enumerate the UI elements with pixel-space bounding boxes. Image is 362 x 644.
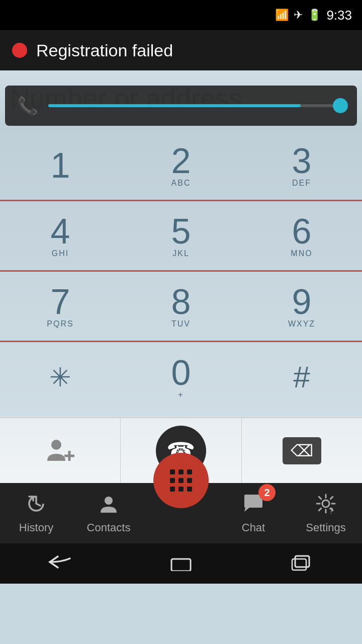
dialpad-row-4: ✳ 0 + #	[0, 342, 362, 413]
key-letters-0: +	[178, 390, 184, 399]
key-number-3: 3	[292, 143, 312, 179]
dialpad-key-0[interactable]: 0 +	[121, 342, 241, 413]
notification-bar: Registration failed	[0, 30, 362, 70]
svg-rect-6	[187, 469, 192, 474]
status-time: 9:33	[326, 8, 352, 23]
dialpad-row-3: 7 PQRS 8 TUV 9 WXYZ	[0, 272, 362, 342]
key-letters-6: MNO	[291, 249, 312, 258]
key-letters-5: JKL	[172, 249, 190, 258]
bottom-nav-bar: History Contacts 2	[0, 483, 362, 543]
key-number-1: 1	[51, 148, 70, 183]
key-letters-7: PQRS	[47, 319, 73, 329]
volume-phone-icon: 📞	[17, 96, 38, 116]
dialpad-key-1[interactable]: 1	[0, 131, 121, 201]
nav-label-settings: Settings	[306, 521, 346, 534]
nav-label-history: History	[19, 521, 53, 534]
battery-icon: 🔋	[308, 9, 321, 22]
key-number-8: 8	[171, 284, 191, 319]
recents-icon	[289, 553, 314, 571]
chat-badge: 2	[258, 484, 276, 501]
volume-slider-track[interactable]	[48, 104, 345, 107]
back-button[interactable]	[48, 554, 73, 573]
svg-rect-4	[170, 469, 175, 474]
key-number-5: 5	[171, 214, 191, 249]
dialpad-key-star[interactable]: ✳	[0, 342, 121, 413]
svg-rect-7	[170, 478, 175, 483]
backspace-icon: ⌫	[291, 441, 313, 460]
nav-item-contacts[interactable]: Contacts	[72, 483, 145, 543]
status-bar: 📶 ✈ 🔋 9:33	[0, 0, 362, 30]
volume-slider-overlay: 📞	[5, 86, 357, 126]
home-button[interactable]	[168, 553, 194, 575]
key-letters-2: ABC	[171, 179, 191, 188]
dialpad-key-hash[interactable]: #	[241, 342, 362, 413]
nav-item-settings[interactable]: ? Settings	[290, 483, 362, 543]
volume-slider-fill	[48, 104, 301, 107]
nav-item-history[interactable]: History	[0, 483, 72, 543]
notification-title: Registration failed	[36, 41, 173, 60]
key-number-2: 2	[171, 143, 191, 179]
history-icon	[25, 493, 47, 519]
settings-icon-svg: ?	[315, 493, 337, 515]
dialpad-fab-icon	[166, 465, 196, 496]
dialpad-key-4[interactable]: 4 GHI	[0, 201, 121, 272]
settings-icon: ?	[315, 493, 337, 519]
key-letters-8: TUV	[171, 319, 191, 329]
svg-rect-17	[292, 559, 306, 570]
volume-slider-thumb[interactable]	[333, 98, 348, 113]
backspace-btn-inner[interactable]: ⌫	[283, 437, 321, 464]
airplane-icon: ✈	[294, 9, 303, 22]
dialpad-row-1: 1 2 ABC 3 DEF	[0, 131, 362, 201]
svg-point-3	[105, 497, 113, 505]
nav-label-chat: Chat	[242, 521, 265, 534]
key-number-4: 4	[51, 214, 70, 249]
add-contact-button[interactable]	[0, 418, 121, 484]
nav-label-contacts: Contacts	[87, 521, 131, 534]
key-number-hash: #	[293, 362, 310, 392]
svg-rect-8	[178, 478, 184, 483]
svg-rect-15	[171, 559, 191, 571]
dialpad-row-2: 4 GHI 5 JKL 6 MNO	[0, 201, 362, 272]
key-number-7: 7	[51, 284, 70, 319]
key-letters-4: GHI	[52, 249, 69, 258]
key-letters-9: WXYZ	[288, 319, 315, 329]
svg-rect-10	[170, 487, 175, 492]
dialpad-key-3[interactable]: 3 DEF	[241, 131, 362, 201]
back-icon	[48, 554, 73, 570]
dialpad-fab-button[interactable]	[153, 453, 209, 508]
key-number-0: 0	[171, 355, 191, 390]
add-contact-icon	[45, 436, 75, 466]
dialpad: 1 2 ABC 3 DEF 4 GHI 5 JKL 6 MNO 7 PQRS	[0, 126, 362, 418]
svg-point-13	[322, 500, 329, 507]
key-number-6: 6	[292, 214, 312, 249]
backspace-button[interactable]: ⌫	[242, 418, 362, 484]
history-icon-svg	[25, 493, 47, 515]
recents-button[interactable]	[289, 553, 314, 575]
dialpad-key-9[interactable]: 9 WXYZ	[241, 272, 362, 342]
dialpad-key-5[interactable]: 5 JKL	[121, 201, 241, 272]
key-letters-3: DEF	[292, 179, 311, 188]
svg-rect-9	[187, 478, 192, 483]
contacts-icon-svg	[98, 493, 120, 515]
key-number-9: 9	[292, 284, 312, 319]
svg-rect-16	[295, 556, 309, 567]
status-icons: 📶 ✈ 🔋 9:33	[275, 8, 352, 23]
dialpad-key-8[interactable]: 8 TUV	[121, 272, 241, 342]
svg-point-0	[51, 440, 61, 450]
dialpad-key-6[interactable]: 6 MNO	[241, 201, 362, 272]
svg-rect-5	[178, 469, 184, 474]
nav-item-chat[interactable]: 2 Chat	[217, 483, 290, 543]
svg-text:?: ?	[329, 507, 333, 515]
registration-status-dot	[12, 43, 27, 58]
contacts-icon	[98, 493, 120, 519]
dialpad-key-2[interactable]: 2 ABC	[121, 131, 241, 201]
home-icon	[168, 553, 194, 571]
wifi-icon: 📶	[275, 9, 289, 22]
svg-rect-11	[178, 487, 184, 492]
svg-rect-12	[187, 487, 192, 492]
key-number-star: ✳	[49, 364, 71, 390]
system-nav-bar	[0, 543, 362, 584]
dialpad-key-7[interactable]: 7 PQRS	[0, 272, 121, 342]
